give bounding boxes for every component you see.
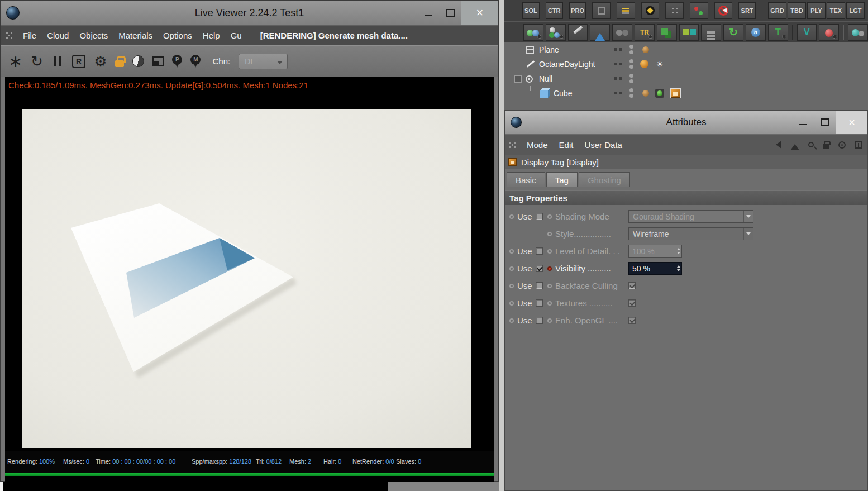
object-row-cube[interactable]: Cube <box>504 86 868 101</box>
collapse-toggle[interactable]: − <box>514 75 522 83</box>
live-viewer-titlebar[interactable]: Live Viewer 2.24.2 Test1 × <box>1 1 498 26</box>
tex-button[interactable]: TEX <box>827 2 845 19</box>
octane-mix-texture-icon[interactable] <box>679 24 699 41</box>
octane-teal-balls-icon[interactable] <box>848 24 868 41</box>
textures-checkbox[interactable] <box>628 299 636 307</box>
octane-stack-icon[interactable] <box>701 24 721 41</box>
tbd-button[interactable]: TBD <box>788 2 806 19</box>
octane-vertex-check-icon[interactable]: V <box>797 24 817 41</box>
picture-in-picture-icon[interactable] <box>152 56 164 66</box>
keyframe-ring[interactable] <box>547 318 552 323</box>
tab-basic[interactable]: Basic <box>507 172 545 187</box>
color-dots-icon[interactable] <box>690 2 708 19</box>
search-icon[interactable] <box>808 142 814 147</box>
rendered-scene[interactable] <box>22 109 471 448</box>
panel-grip-icon[interactable] <box>6 32 12 39</box>
octane-environment-icon[interactable] <box>657 24 677 41</box>
settings-gear-icon[interactable]: ⚙ <box>94 54 107 69</box>
lock-resolution-icon[interactable] <box>115 56 124 67</box>
use-shading-mode-checkbox[interactable] <box>536 213 543 220</box>
shading-mode-dropdown[interactable]: Gouraud Shading <box>628 210 753 223</box>
sol-button[interactable]: SOL <box>522 2 540 19</box>
splash-tool-icon[interactable] <box>641 2 660 19</box>
section-header-tag-properties[interactable]: Tag Properties <box>505 190 867 205</box>
lgt-button[interactable]: LGT <box>846 2 865 19</box>
object-row-plane[interactable]: Plane <box>504 42 868 57</box>
material-ball-icon[interactable] <box>132 55 144 67</box>
keyframe-ring[interactable] <box>547 232 552 236</box>
keyframe-ring[interactable] <box>509 301 514 306</box>
target-icon[interactable] <box>838 141 846 149</box>
pick-object-pin-icon[interactable]: M <box>190 55 201 68</box>
octane-disabled-balls-icon[interactable] <box>612 24 632 41</box>
keyframe-ring[interactable] <box>509 266 514 271</box>
menu-mode[interactable]: Mode <box>527 140 548 150</box>
octane-object-tag-icon[interactable] <box>642 90 649 97</box>
pause-render-icon[interactable] <box>51 56 64 66</box>
object-row-null[interactable]: − Null <box>504 71 868 86</box>
menu-objects[interactable]: Objects <box>79 31 108 40</box>
backface-checkbox[interactable] <box>628 282 636 289</box>
channel-dropdown[interactable]: DL <box>239 54 288 69</box>
spinner[interactable] <box>675 263 681 274</box>
srt-button[interactable]: SRT <box>738 2 756 19</box>
style-dropdown[interactable]: Wireframe <box>628 227 753 240</box>
use-visibility-checkbox[interactable] <box>536 265 543 272</box>
octane-knife-icon[interactable] <box>568 24 588 41</box>
new-panel-icon[interactable] <box>855 141 862 149</box>
tab-ghosting[interactable]: Ghosting <box>579 172 630 187</box>
visibility-dots[interactable] <box>629 45 633 54</box>
keyframe-ring[interactable] <box>547 301 552 306</box>
octane-refresh-icon[interactable]: ↻ <box>723 24 743 41</box>
keyframe-ring[interactable] <box>509 284 514 288</box>
menu-materials[interactable]: Materials <box>118 31 152 40</box>
menu-help[interactable]: Help <box>203 31 220 40</box>
region-render-icon[interactable]: R <box>72 55 85 68</box>
daylight-tag-icon[interactable] <box>640 60 648 68</box>
spinner[interactable] <box>675 245 681 257</box>
grd-button[interactable]: GRD <box>768 2 786 19</box>
menu-file[interactable]: File <box>23 31 36 40</box>
octane-red-ball-icon[interactable] <box>819 24 839 41</box>
render-viewport[interactable]: Check:0.185/1.09ms. MeshGen:0.273ms. Upd… <box>5 77 494 482</box>
menu-options[interactable]: Options <box>163 31 192 40</box>
pick-material-pin-icon[interactable]: P <box>172 55 182 68</box>
menu-user-data[interactable]: User Data <box>584 140 622 150</box>
menu-cloud[interactable]: Cloud <box>47 31 69 40</box>
dots-tool-icon[interactable] <box>665 2 684 19</box>
ply-button[interactable]: PLY <box>807 2 826 19</box>
visibility-dots[interactable] <box>629 88 633 98</box>
keyframe-ring[interactable] <box>547 214 552 219</box>
menu-edit[interactable]: Edit <box>559 140 574 150</box>
use-opengl-checkbox[interactable] <box>536 317 543 324</box>
attributes-titlebar[interactable]: Attributes × <box>505 111 867 135</box>
menu-gui[interactable]: Gu <box>231 31 242 40</box>
visibility-dots[interactable] <box>629 59 633 69</box>
lod-value-field[interactable]: 100 % <box>628 245 682 258</box>
phong-tag-icon[interactable] <box>655 89 664 98</box>
octane-object-tag-icon[interactable] <box>642 46 649 53</box>
history-back-icon[interactable] <box>772 141 781 149</box>
panel-grip-icon[interactable] <box>509 142 516 148</box>
layers-tool-icon[interactable] <box>617 2 635 19</box>
cube-tool-icon[interactable] <box>592 2 611 19</box>
reset-render-icon[interactable]: ↻ <box>31 54 43 69</box>
use-lod-checkbox[interactable] <box>536 247 543 255</box>
octane-render-target-icon[interactable]: TR <box>635 24 655 41</box>
tab-tag[interactable]: Tag <box>546 172 578 187</box>
display-tag-icon[interactable] <box>671 89 680 98</box>
no-entry-cursor-icon[interactable] <box>714 2 733 19</box>
keyframe-ring[interactable] <box>547 249 552 254</box>
octane-node-icon[interactable]: n <box>746 24 766 41</box>
keyframe-ring[interactable] <box>509 214 514 219</box>
visibility-value-field[interactable]: 50 % <box>628 262 682 275</box>
object-row-daylight[interactable]: OctaneDayLight ☀ <box>504 57 868 71</box>
keyframe-ring-active[interactable] <box>547 266 552 271</box>
pro-button[interactable]: PRO <box>569 2 586 19</box>
keyframe-ring[interactable] <box>509 249 514 254</box>
parent-up-icon[interactable] <box>790 140 799 150</box>
lock-icon[interactable] <box>823 144 829 149</box>
sun-tag-icon[interactable]: ☀ <box>656 60 664 69</box>
visibility-dots[interactable] <box>629 74 633 83</box>
octane-text-icon[interactable]: T <box>768 24 788 41</box>
